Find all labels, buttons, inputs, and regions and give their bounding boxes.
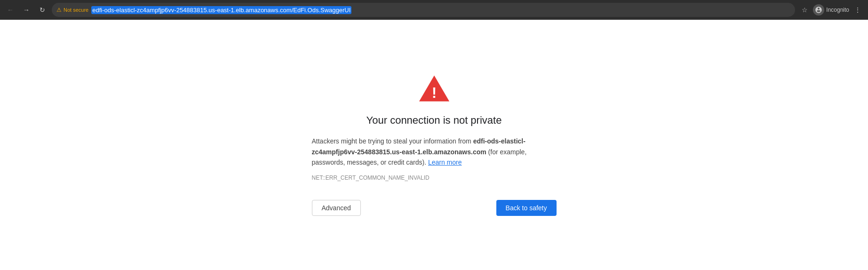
warning-icon: ⚠ <box>56 7 62 13</box>
incognito-indicator: Incognito <box>813 4 849 16</box>
url-display: edfi-ods-elasticl-zc4ampfjp6vv-254883815… <box>91 7 790 14</box>
advanced-button[interactable]: Advanced <box>312 200 361 216</box>
error-container: ! Your connection is not private Attacke… <box>312 74 557 215</box>
bookmark-button[interactable]: ☆ <box>798 3 811 16</box>
forward-button[interactable]: → <box>20 3 33 16</box>
incognito-avatar <box>813 4 824 16</box>
error-buttons-row: Advanced Back to safety <box>312 200 557 216</box>
error-description: Attackers might be trying to steal your … <box>312 136 557 167</box>
security-indicator: ⚠ Not secure <box>56 7 88 13</box>
learn-more-link[interactable]: Learn more <box>428 159 462 166</box>
error-warning-icon: ! <box>417 74 451 103</box>
back-button[interactable]: ← <box>4 3 17 16</box>
browser-toolbar: ← → ↻ ⚠ Not secure edfi-ods-elasticl-zc4… <box>0 0 868 20</box>
address-bar[interactable]: ⚠ Not secure edfi-ods-elasticl-zc4ampfjp… <box>52 3 795 17</box>
menu-button[interactable]: ⋮ <box>851 3 864 16</box>
browser-right-controls: ☆ Incognito ⋮ <box>798 3 864 16</box>
error-page: ! Your connection is not private Attacke… <box>0 20 868 270</box>
error-title: Your connection is not private <box>366 114 502 127</box>
svg-text:!: ! <box>431 85 436 102</box>
back-to-safety-button[interactable]: Back to safety <box>496 200 557 216</box>
error-code: NET::ERR_CERT_COMMON_NAME_INVALID <box>312 175 557 181</box>
reload-button[interactable]: ↻ <box>36 3 49 16</box>
